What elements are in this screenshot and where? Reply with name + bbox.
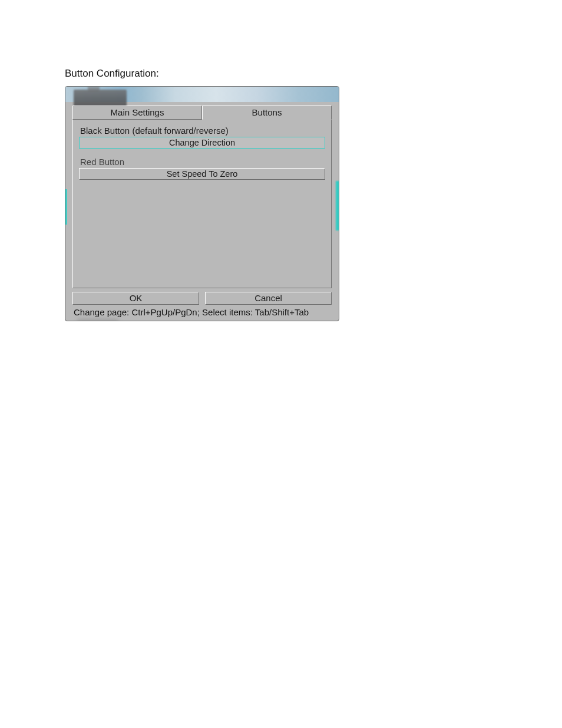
edge-decoration (65, 189, 67, 225)
tab-row: Main Settings Buttons (72, 106, 332, 120)
status-bar: Change page: Ctrl+PgUp/PgDn; Select item… (72, 307, 332, 317)
dialog-panel: Main Settings Buttons Black Button (defa… (72, 106, 332, 314)
page-heading: Button Configuration: (65, 68, 159, 80)
edge-decoration (336, 181, 339, 230)
settings-dialog: Main Settings Buttons Black Button (defa… (65, 86, 339, 321)
black-button-select[interactable]: Change Direction (79, 137, 325, 149)
cancel-button[interactable]: Cancel (205, 292, 332, 305)
tab-buttons[interactable]: Buttons (202, 106, 332, 120)
tab-main-settings[interactable]: Main Settings (72, 106, 202, 120)
red-button-select[interactable]: Set Speed To Zero (79, 168, 325, 180)
ok-button[interactable]: OK (72, 292, 199, 305)
tab-content: Black Button (default forward/reverse) C… (72, 120, 332, 288)
dialog-button-row: OK Cancel (72, 292, 332, 305)
black-button-label: Black Button (default forward/reverse) (80, 126, 325, 136)
dialog-titlebar (65, 87, 339, 102)
edge-decoration (77, 318, 118, 321)
titlebar-decoration (74, 90, 127, 107)
red-button-label: Red Button (80, 157, 325, 167)
